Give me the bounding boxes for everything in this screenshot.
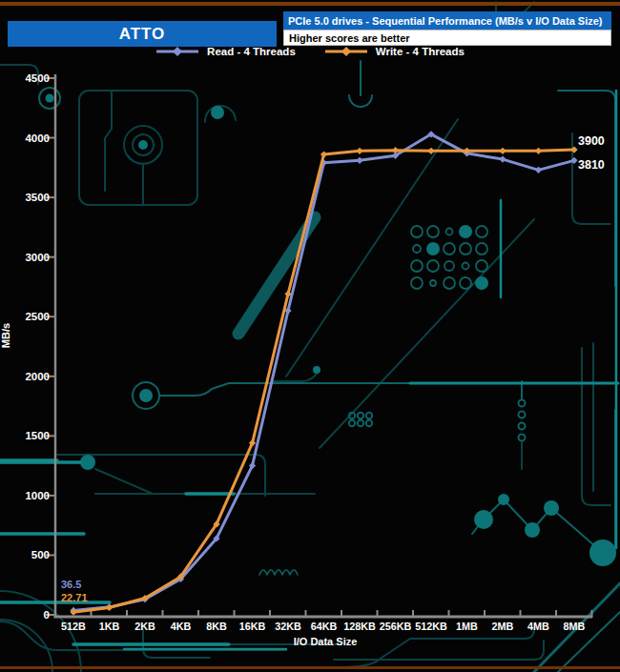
end-value-label: 3810 [578,158,605,172]
x-tick-label: 4MB [527,621,549,632]
y-tick-label: 3000 [25,252,50,263]
read-series-swatch-icon [155,46,199,57]
data-point-marker [356,157,362,164]
x-tick-label: 4KB [171,621,192,632]
brand-badge: ATTO [8,21,277,47]
x-tick-label: 8MB [564,621,586,632]
data-point-marker [535,167,542,173]
read-series-line [73,134,574,611]
x-tick-label: 512KB [415,621,447,632]
chart-subtitle: Higher scores are better [283,30,611,46]
x-tick-label: 64KB [311,621,338,632]
x-tick-label: 128KB [343,621,376,632]
data-point-marker [499,155,506,162]
legend-label-read: Read - 4 Threads [207,46,296,57]
end-value-label: 3900 [578,134,605,148]
y-tick-label: 2500 [25,311,50,322]
atto-benchmark-screenshot: ATTO PCIe 5.0 drives - Sequential Perfor… [0,0,620,672]
y-tick-label: 4500 [25,72,50,84]
data-point-marker [535,148,542,154]
x-tick-label: 32KB [275,621,301,632]
start-value-label: 36.5 [61,579,81,590]
data-point-marker [570,146,577,153]
x-tick-label: 1MB [456,621,478,632]
x-tick-label: 256KB [380,621,412,632]
y-tick-label: 2000 [25,371,50,382]
y-tick-label: 3500 [25,192,50,203]
x-tick-label: 512B [61,621,86,632]
x-tick-label: 16KB [239,621,266,632]
legend-label-write: Write - 4 Threads [376,46,465,57]
write-series-swatch-icon [324,46,368,57]
chart-legend: Read - 4 Threads Write - 4 Threads [0,46,620,57]
performance-line-chart: 050010001500200025003000350040004500512B… [0,0,620,672]
x-tick-label: 1KB [99,621,120,632]
data-point-marker [427,148,434,154]
data-point-marker [499,148,506,154]
x-tick-label: 2MB [492,621,514,632]
legend-item-read: Read - 4 Threads [155,46,296,57]
data-point-marker [320,151,327,157]
x-axis-title: I/O Data Size [294,636,358,647]
y-tick-label: 1500 [25,430,50,441]
y-tick-label: 0 [44,609,50,621]
y-tick-label: 4000 [25,132,50,144]
data-point-marker [356,148,362,154]
chart-title: PCIe 5.0 drives - Sequential Performance… [283,11,611,30]
legend-item-write: Write - 4 Threads [324,46,465,57]
y-tick-label: 500 [31,549,50,560]
y-axis-title: MB/s [0,323,11,348]
data-point-marker [570,157,577,164]
start-value-label: 22.71 [61,592,88,603]
y-tick-label: 1000 [25,490,50,501]
x-tick-label: 2KB [134,621,155,632]
write-series-line [73,150,574,612]
x-tick-label: 8KB [206,621,227,632]
